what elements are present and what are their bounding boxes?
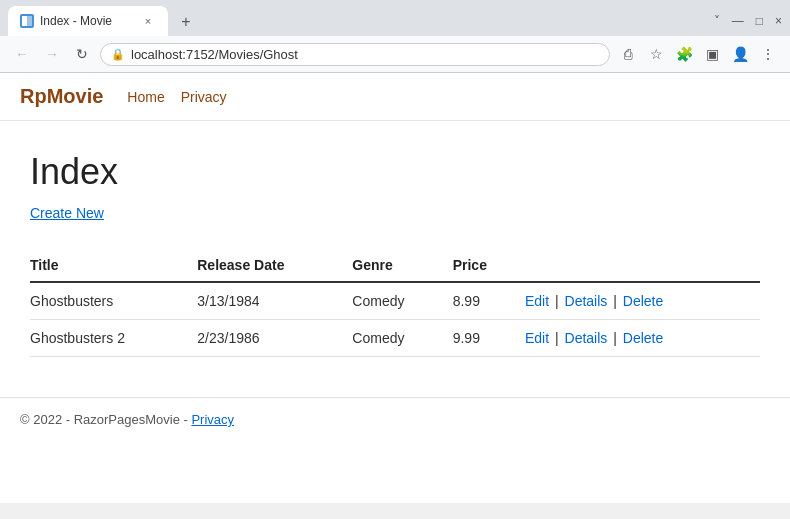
tab-favicon-icon: [20, 14, 34, 28]
brand-prefix: Rp: [20, 85, 47, 107]
toolbar-actions: ⎙ ☆ 🧩 ▣ 👤 ⋮: [616, 42, 780, 66]
separator-1: |: [555, 330, 563, 346]
page-title: Index: [30, 151, 760, 193]
cell-actions: Edit | Details | Delete: [525, 282, 760, 320]
window-close-button[interactable]: ×: [775, 14, 782, 28]
col-header-genre: Genre: [352, 249, 452, 282]
site-footer: © 2022 - RazorPagesMovie - Privacy: [0, 397, 790, 441]
site-header: RpMovie Home Privacy: [0, 73, 790, 121]
movies-table: Title Release Date Genre Price Ghostbust…: [30, 249, 760, 357]
table-header-row: Title Release Date Genre Price: [30, 249, 760, 282]
svg-rect-1: [27, 16, 32, 26]
extensions-icon[interactable]: 🧩: [672, 42, 696, 66]
footer-copyright: © 2022 - RazorPagesMovie -: [20, 412, 191, 427]
edit-link[interactable]: Edit: [525, 330, 549, 346]
separator-2: |: [613, 293, 621, 309]
window-maximize-button[interactable]: □: [756, 14, 763, 28]
cell-genre: Comedy: [352, 282, 452, 320]
separator-1: |: [555, 293, 563, 309]
svg-rect-0: [22, 16, 27, 26]
bookmark-icon[interactable]: ☆: [644, 42, 668, 66]
col-header-release-date: Release Date: [197, 249, 352, 282]
site-nav: Home Privacy: [127, 89, 226, 105]
edit-link[interactable]: Edit: [525, 293, 549, 309]
brand-suffix: Movie: [47, 85, 104, 107]
new-tab-button[interactable]: +: [172, 8, 200, 36]
back-button[interactable]: ←: [10, 42, 34, 66]
browser-titlebar: Index - Movie × + ˅ — □ ×: [0, 0, 790, 36]
cell-release-date: 2/23/1986: [197, 320, 352, 357]
browser-tabs: Index - Movie × +: [8, 6, 706, 36]
tab-close-button[interactable]: ×: [140, 13, 156, 29]
window-controls: ˅ — □ ×: [714, 14, 782, 28]
lock-icon: 🔒: [111, 48, 125, 61]
cell-title: Ghostbusters 2: [30, 320, 197, 357]
cell-genre: Comedy: [352, 320, 452, 357]
col-header-actions: [525, 249, 760, 282]
details-link[interactable]: Details: [565, 293, 608, 309]
browser-window: Index - Movie × + ˅ — □ × ← → ↻ 🔒 ⎙ ☆ 🧩 …: [0, 0, 790, 503]
forward-button[interactable]: →: [40, 42, 64, 66]
tab-title: Index - Movie: [40, 14, 112, 28]
browser-toolbar: ← → ↻ 🔒 ⎙ ☆ 🧩 ▣ 👤 ⋮: [0, 36, 790, 73]
main-content: Index Create New Title Release Date Genr…: [0, 121, 790, 377]
cell-actions: Edit | Details | Delete: [525, 320, 760, 357]
profile-icon[interactable]: 👤: [728, 42, 752, 66]
window-chevron-icon: ˅: [714, 14, 720, 28]
footer-privacy-link[interactable]: Privacy: [191, 412, 234, 427]
cell-price: 9.99: [453, 320, 525, 357]
cell-release-date: 3/13/1984: [197, 282, 352, 320]
create-new-link[interactable]: Create New: [30, 205, 104, 221]
nav-link-privacy[interactable]: Privacy: [181, 89, 227, 105]
reload-button[interactable]: ↻: [70, 42, 94, 66]
col-header-price: Price: [453, 249, 525, 282]
col-header-title: Title: [30, 249, 197, 282]
menu-icon[interactable]: ⋮: [756, 42, 780, 66]
page-content: RpMovie Home Privacy Index Create New Ti…: [0, 73, 790, 503]
details-link[interactable]: Details: [565, 330, 608, 346]
address-bar-container: 🔒: [100, 43, 610, 66]
nav-link-home[interactable]: Home: [127, 89, 164, 105]
table-row: Ghostbusters 2 2/23/1986 Comedy 9.99 Edi…: [30, 320, 760, 357]
delete-link[interactable]: Delete: [623, 293, 663, 309]
active-tab[interactable]: Index - Movie ×: [8, 6, 168, 36]
delete-link[interactable]: Delete: [623, 330, 663, 346]
share-icon[interactable]: ⎙: [616, 42, 640, 66]
sidebar-icon[interactable]: ▣: [700, 42, 724, 66]
window-minimize-button[interactable]: —: [732, 14, 744, 28]
cell-title: Ghostbusters: [30, 282, 197, 320]
table-row: Ghostbusters 3/13/1984 Comedy 8.99 Edit …: [30, 282, 760, 320]
separator-2: |: [613, 330, 621, 346]
address-bar-input[interactable]: [131, 47, 599, 62]
brand-logo: RpMovie: [20, 85, 103, 108]
cell-price: 8.99: [453, 282, 525, 320]
